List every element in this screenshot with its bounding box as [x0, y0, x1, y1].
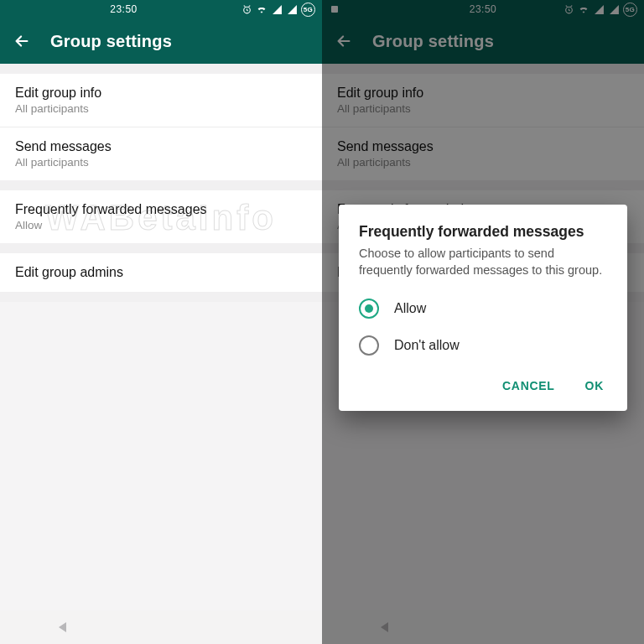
- nav-back-icon[interactable]: [37, 622, 87, 632]
- row-title: Edit group admins: [15, 265, 307, 280]
- status-bar: 23:50 5G: [0, 0, 322, 18]
- row-subtitle: All participants: [15, 102, 307, 115]
- dialog-title: Frequently forwarded messages: [359, 223, 607, 241]
- radio-icon: [359, 335, 379, 356]
- radio-dont-allow[interactable]: Don't allow: [359, 327, 607, 364]
- radio-label: Allow: [394, 301, 426, 316]
- back-icon[interactable]: [10, 29, 34, 53]
- system-nav-bar: [0, 610, 322, 644]
- wifi-icon: [256, 3, 267, 15]
- radio-label: Don't allow: [394, 338, 460, 353]
- row-frequently-forwarded[interactable]: Frequently forwarded messages Allow: [0, 190, 322, 243]
- alarm-icon: [241, 3, 252, 15]
- row-title: Frequently forwarded messages: [15, 202, 307, 217]
- app-bar: Group settings: [0, 18, 322, 64]
- row-subtitle: All participants: [15, 156, 307, 169]
- radio-icon: [359, 299, 379, 319]
- row-title: Send messages: [15, 139, 307, 154]
- signal-icon-2: [286, 3, 298, 15]
- cancel-button[interactable]: CANCEL: [499, 372, 558, 399]
- phone-left: 23:50 5G Group settings Edit group info …: [0, 0, 322, 644]
- row-edit-group-info[interactable]: Edit group info All participants: [0, 74, 322, 127]
- network-badge: 5G: [301, 3, 315, 17]
- radio-allow[interactable]: Allow: [359, 290, 607, 327]
- row-edit-group-admins[interactable]: Edit group admins: [0, 253, 322, 292]
- status-time: 23:50: [7, 3, 241, 15]
- settings-list: Edit group info All participants Send me…: [0, 64, 322, 610]
- phone-right: 23:50 5G Group settings Edit group info …: [322, 0, 644, 644]
- frequently-forwarded-dialog: Frequently forwarded messages Choose to …: [339, 205, 627, 411]
- ok-button[interactable]: OK: [582, 372, 607, 399]
- page-title: Group settings: [50, 32, 172, 51]
- row-send-messages[interactable]: Send messages All participants: [0, 127, 322, 180]
- dialog-body: Choose to allow participants to send fre…: [359, 246, 607, 278]
- row-subtitle: Allow: [15, 219, 307, 231]
- signal-icon: [271, 3, 283, 15]
- row-title: Edit group info: [15, 86, 307, 101]
